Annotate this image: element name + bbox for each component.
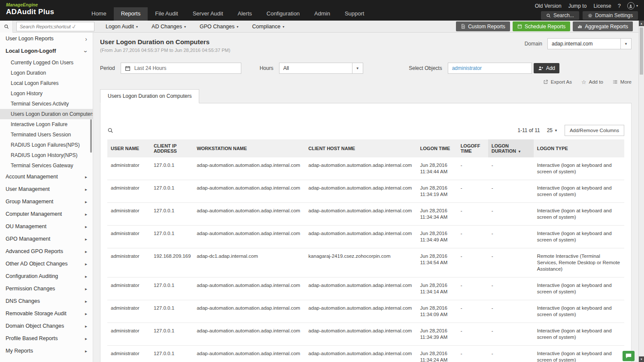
select-objects-input[interactable] (448, 63, 532, 74)
sidebar-item[interactable]: Interactive Logon Failure (0, 119, 93, 130)
column-header[interactable]: LOGON TYPE (534, 139, 624, 157)
hours-select[interactable]: All ▼ (279, 63, 363, 74)
search-button[interactable]: Search... (541, 11, 579, 20)
sidebar-group[interactable]: GPO Management▸ (0, 233, 93, 245)
more-action[interactable]: More (613, 79, 632, 84)
sidebar-group[interactable]: Permission Changes▸ (0, 283, 93, 295)
domain-settings-button[interactable]: Domain Settings (583, 11, 638, 20)
sidebar-search-icon[interactable] (0, 21, 13, 33)
sidebar-item[interactable]: Local Logon Failures (0, 78, 93, 88)
sidebar-scrollbar-thumb[interactable] (90, 119, 92, 153)
chat-icon[interactable] (623, 351, 635, 361)
scrollbar-thumb[interactable] (640, 27, 643, 75)
add-button[interactable]: Add (534, 63, 559, 73)
sidebar-group[interactable]: DNS Changes▸ (0, 295, 93, 308)
scroll-up-icon[interactable]: ▲ (639, 21, 644, 26)
column-header[interactable]: CLIENT HOST NAME (305, 139, 416, 157)
sidebar-item[interactable]: Terminal Services Gateway (0, 160, 93, 171)
sidebar-group[interactable]: Domain Object Changes▸ (0, 320, 93, 332)
topnav-item[interactable]: Reports (114, 7, 148, 21)
sidebar-item[interactable]: Logon History (0, 88, 93, 99)
column-header[interactable]: CLIENT IP ADDRESS (150, 139, 193, 157)
sidebar-group[interactable]: Removable Storage Audit▸ (0, 308, 93, 320)
topnav-item[interactable]: Home (84, 7, 114, 21)
sidebar-group[interactable]: OU Management▸ (0, 220, 93, 233)
sidebar-group[interactable]: Advanced GPO Reports▸ (0, 245, 93, 258)
brand-logo[interactable]: ManageEngine ADAudit Plus (0, 0, 84, 21)
sidebar-item[interactable]: Terminated Users Session (0, 130, 93, 140)
topnav-item[interactable]: Server Audit (185, 7, 231, 21)
topnav-item[interactable]: Alerts (231, 7, 259, 21)
select-objects-group: Select Objects Add (409, 63, 559, 74)
sidebar-group[interactable]: Group Management▸ (0, 196, 93, 208)
report-category-menu[interactable]: GPO Changes▾ (193, 21, 245, 32)
topnav-item[interactable]: Admin (307, 7, 337, 21)
topbar-link[interactable]: Jump to (568, 3, 587, 9)
cell-logoff-time: - (457, 226, 488, 248)
topbar-link[interactable]: License (593, 3, 611, 9)
aggregate-reports-button[interactable]: Aggregate Reports (573, 21, 633, 31)
sidebar-group[interactable]: Configuration Auditing▸ (0, 270, 93, 283)
sidebar-group[interactable]: User Logon Reports› (0, 33, 93, 45)
domain-select[interactable]: adap.internal.com ▼ (547, 38, 632, 49)
add-to-action[interactable]: ☆ Add to (581, 79, 603, 84)
sidebar-item[interactable]: Users Logon Duration on Computers (0, 109, 93, 119)
cell-client-host-name: adap-automation.automation.adap.internal… (305, 300, 416, 323)
user-menu[interactable]: ▾ (627, 2, 638, 9)
table-row[interactable]: administrator 127.0.0.1 adap-automation.… (107, 278, 624, 300)
chevron-down-icon: ▼ (620, 39, 631, 49)
column-header[interactable]: LOGOFF TIME (457, 139, 488, 157)
sidebar-item[interactable]: Logon Duration (0, 68, 93, 78)
cell-client-ip: 127.0.0.1 (150, 203, 193, 226)
scroll-down-icon[interactable]: ▼ (639, 356, 644, 362)
schedule-reports-button[interactable]: Schedule Reports (513, 21, 570, 31)
topbar-link[interactable]: Old Version (535, 3, 562, 9)
hours-label: Hours (260, 65, 273, 71)
sidebar-group[interactable]: Account Management▸ (0, 171, 93, 183)
page-scrollbar[interactable]: ▲ ▼ (638, 21, 644, 362)
help-icon[interactable]: ? (618, 3, 621, 9)
sidebar-item[interactable]: Terminal Services Activity (0, 99, 93, 109)
sidebar-item[interactable]: RADIUS Logon Failures(NPS) (0, 140, 93, 150)
column-header[interactable]: USER NAME (107, 139, 150, 157)
column-header[interactable]: LOGON TIME (417, 139, 457, 157)
export-as-action[interactable]: Export As (543, 79, 572, 84)
sidebar-group[interactable]: Local Logon-Logoff› (0, 45, 93, 57)
report-category-menu[interactable]: Compliance▾ (245, 21, 291, 32)
sidebar-group[interactable]: Computer Management▸ (0, 208, 93, 220)
table-row[interactable]: administrator 127.0.0.1 adap-automation.… (107, 157, 624, 180)
sidebar-group[interactable]: Profile Based Reports▸ (0, 332, 93, 345)
period-input[interactable]: Last 24 Hours (121, 63, 241, 74)
table-row[interactable]: administrator 127.0.0.1 adap-automation.… (107, 300, 624, 323)
hours-value: All (279, 63, 352, 73)
add-remove-columns-button[interactable]: Add/Remove Columns (565, 125, 624, 136)
table-row[interactable]: administrator 127.0.0.1 adap-automation.… (107, 226, 624, 248)
report-category-menu[interactable]: AD Changes▾ (145, 21, 193, 32)
chevron-icon: ▸ (85, 324, 87, 329)
sidebar-group[interactable]: Other AD Object Changes▸ (0, 258, 93, 270)
cell-logon-duration: - (488, 157, 534, 180)
sidebar-item[interactable]: Currently Logged On Users (0, 57, 93, 68)
table-row[interactable]: administrator 127.0.0.1 adap-automation.… (107, 323, 624, 346)
cell-logoff-time: - (457, 346, 488, 362)
table-row[interactable]: administrator 127.0.0.1 adap-automation.… (107, 180, 624, 203)
table-row[interactable]: administrator 127.0.0.1 adap-automation.… (107, 203, 624, 226)
sidebar-group[interactable]: My Reports▸ (0, 345, 93, 357)
report-category-menu[interactable]: Logon Audit▾ (99, 21, 145, 32)
column-header[interactable]: WORKSTATION NAME (193, 139, 305, 157)
sidebar-group[interactable]: User Management▸ (0, 183, 93, 196)
custom-reports-button[interactable]: Custom Reports (456, 21, 510, 31)
topnav-item[interactable]: File Audit (148, 7, 185, 21)
tab-users-logon-duration-on-computers[interactable]: Users Logon Duration on Computers (100, 89, 199, 103)
calendar-icon (517, 24, 522, 29)
sidebar-item[interactable]: RADIUS Logon History(NPS) (0, 150, 93, 160)
topnav-item[interactable]: Configuration (259, 7, 307, 21)
column-header[interactable]: LOGON DURATION▼ (488, 139, 534, 157)
table-search-icon[interactable] (107, 127, 113, 133)
page-size-select[interactable]: 25 ▼ (547, 127, 558, 133)
cell-workstation-name: adap-automation.automation.adap.internal… (193, 226, 305, 248)
table-row[interactable]: administrator 192.168.209.169 adap-dc1.a… (107, 248, 624, 278)
table-row[interactable]: administrator 127.0.0.1 adap-automation.… (107, 346, 624, 362)
report-search-input[interactable] (16, 22, 94, 31)
topnav-item[interactable]: Support (337, 7, 372, 21)
